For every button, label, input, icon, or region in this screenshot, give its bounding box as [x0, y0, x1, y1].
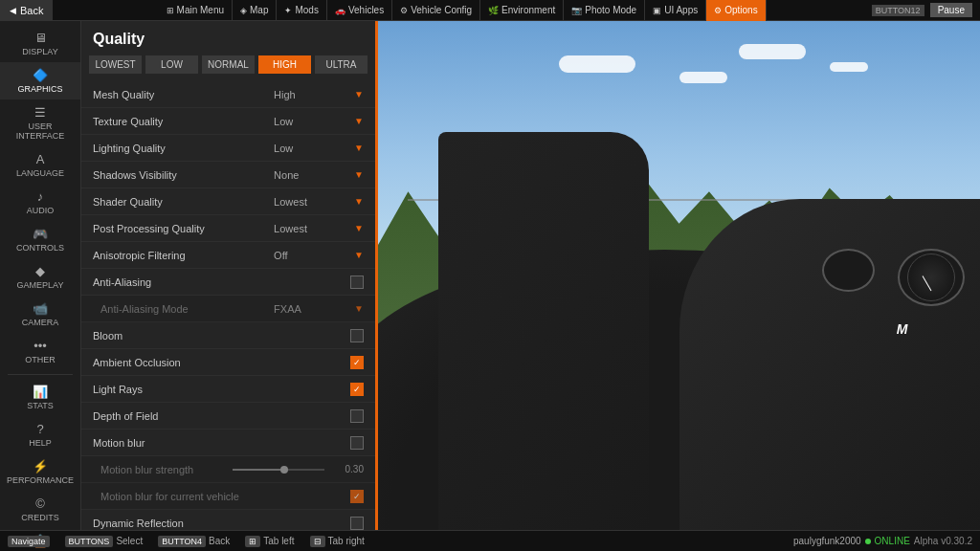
- sidebar-item-gameplay[interactable]: ◆GAMEPLAY: [0, 258, 80, 296]
- setting-dropdown-6[interactable]: Off▼: [274, 250, 364, 261]
- tab-right-hint: ⊟ Tab right: [310, 536, 365, 547]
- sidebar-item-user interface[interactable]: ☰USER INTERFACE: [0, 99, 80, 146]
- dropdown-arrow-icon: ▼: [354, 89, 364, 99]
- nav-item-options[interactable]: ⚙Options: [706, 0, 766, 21]
- navigate-badge: Navigate: [8, 536, 50, 547]
- setting-dropdown-8[interactable]: FXAA▼: [274, 303, 364, 315]
- checkbox-15[interactable]: [350, 490, 364, 503]
- sidebar-item-controls[interactable]: 🎮CONTROLS: [0, 221, 80, 258]
- setting-label-5: Post Processing Quality: [93, 223, 274, 234]
- setting-row-6: Anisotropic FilteringOff▼: [81, 242, 375, 269]
- sidebar-item-audio[interactable]: ♪AUDIO: [0, 184, 80, 221]
- steering-column: [438, 132, 649, 530]
- nav-item-vehicles[interactable]: 🚗Vehicles: [327, 0, 392, 21]
- sidebar-bottom-item-help[interactable]: ?HELP: [0, 416, 80, 453]
- sidebar-bottom-item-credits[interactable]: ©CREDITS: [0, 491, 80, 528]
- select-hint: BUTTONS Select: [65, 536, 144, 547]
- sidebar-label: USER INTERFACE: [4, 121, 77, 141]
- checkbox-10[interactable]: [350, 356, 364, 369]
- navigate-hint: Navigate: [8, 536, 50, 547]
- slider-value-14: 0.30: [330, 464, 364, 474]
- setting-label-2: Lighting Quality: [93, 143, 274, 154]
- setting-dropdown-2[interactable]: Low▼: [274, 143, 364, 154]
- setting-label-8: Anti-Aliasing Mode: [93, 303, 274, 315]
- preset-btn-high[interactable]: HIGH: [258, 55, 311, 74]
- sidebar-item-other[interactable]: •••OTHER: [0, 333, 80, 370]
- sidebar-icon: 🔷: [33, 68, 48, 82]
- slider-thumb-14: [280, 466, 288, 474]
- nav-icon: ⚙: [400, 6, 408, 15]
- setting-row-5: Post Processing QualityLowest▼: [81, 215, 375, 242]
- pause-button[interactable]: Pause: [930, 3, 972, 17]
- speedometer: [898, 249, 965, 306]
- sidebar-label: GAMEPLAY: [17, 280, 64, 290]
- sidebar-item-graphics[interactable]: 🔷GRAPHICS: [0, 62, 80, 99]
- button-badge: BUTTON12: [872, 5, 924, 16]
- setting-dropdown-0[interactable]: High▼: [274, 89, 364, 100]
- sidebar-item-language[interactable]: ALANGUAGE: [0, 146, 80, 184]
- checkbox-16[interactable]: [350, 517, 364, 530]
- nav-item-ui-apps[interactable]: ▣UI Apps: [645, 0, 706, 21]
- nav-item-mods[interactable]: ✦Mods: [277, 0, 326, 21]
- setting-value-5: Lowest: [274, 223, 350, 234]
- setting-row-14: Motion blur strength0.30: [81, 456, 375, 483]
- preset-btn-lowest[interactable]: LOWEST: [89, 55, 142, 74]
- setting-label-14: Motion blur strength: [93, 464, 233, 475]
- nav-item-main-menu[interactable]: ⊞Main Menu: [159, 0, 233, 21]
- sidebar-label: CREDITS: [21, 513, 59, 522]
- main-layout: 🖥DISPLAY🔷GRAPHICS☰USER INTERFACEALANGUAG…: [0, 21, 980, 530]
- nav-icon: ◈: [240, 6, 247, 15]
- setting-row-7: Anti-Aliasing: [81, 269, 375, 296]
- setting-value-0: High: [274, 89, 350, 100]
- sidebar-item-display[interactable]: 🖥DISPLAY: [0, 25, 80, 62]
- setting-row-10: Ambient Occlusion: [81, 349, 375, 376]
- sidebar-bottom-item-stats[interactable]: 📊STATS: [0, 379, 80, 416]
- checkbox-12[interactable]: [350, 409, 364, 423]
- sidebar-label: OTHER: [25, 355, 56, 364]
- settings-panel: Quality LOWESTLOWNORMALHIGHULTRA Mesh Qu…: [81, 21, 378, 530]
- cloud: [679, 72, 727, 83]
- checkbox-7[interactable]: [350, 276, 364, 289]
- preset-btn-normal[interactable]: NORMAL: [202, 55, 255, 74]
- setting-dropdown-5[interactable]: Lowest▼: [274, 223, 364, 234]
- sidebar-item-camera[interactable]: 📹CAMERA: [0, 296, 80, 333]
- dropdown-arrow-icon: ▼: [354, 303, 364, 314]
- player-name: paulygfunk2000: [793, 536, 861, 546]
- setting-row-4: Shader QualityLowest▼: [81, 188, 375, 215]
- dropdown-arrow-icon: ▼: [354, 250, 364, 260]
- setting-dropdown-3[interactable]: None▼: [274, 169, 364, 181]
- sidebar-label: PERFORMANCE: [7, 475, 74, 485]
- checkbox-11[interactable]: [350, 383, 364, 396]
- setting-label-7: Anti-Aliasing: [93, 276, 350, 288]
- cloud: [739, 44, 806, 59]
- tachometer: [822, 249, 875, 292]
- setting-dropdown-1[interactable]: Low▼: [274, 116, 364, 127]
- preset-btn-ultra[interactable]: ULTRA: [315, 55, 368, 74]
- online-status: paulygfunk2000 ONLINE Alpha v0.30.2: [793, 536, 972, 546]
- nav-item-map[interactable]: ◈Map: [233, 0, 277, 21]
- setting-dropdown-4[interactable]: Lowest▼: [274, 196, 364, 208]
- nav-label: Environment: [501, 5, 555, 15]
- setting-label-10: Ambient Occlusion: [93, 357, 350, 368]
- preset-btn-low[interactable]: LOW: [145, 55, 198, 74]
- sidebar-icon: •••: [33, 339, 47, 353]
- nav-item-vehicle-config[interactable]: ⚙Vehicle Config: [392, 0, 480, 21]
- slider-container-14[interactable]: 0.30: [233, 464, 365, 474]
- sidebar-label: GRAPHICS: [17, 84, 62, 94]
- sidebar: 🖥DISPLAY🔷GRAPHICS☰USER INTERFACEALANGUAG…: [0, 21, 81, 530]
- checkbox-9[interactable]: [350, 329, 364, 342]
- version-text: Alpha v0.30.2: [914, 536, 972, 546]
- setting-label-11: Light Rays: [93, 384, 350, 395]
- online-dot: [865, 539, 871, 544]
- nav-item-environment[interactable]: 🌿Environment: [480, 0, 564, 21]
- back-label: Back: [20, 5, 43, 16]
- sidebar-icon: 📹: [33, 301, 48, 316]
- button4-badge: BUTTON4: [158, 536, 206, 547]
- tab-left-badge: ⊞: [245, 536, 260, 547]
- nav-item-photo-mode[interactable]: 📷Photo Mode: [564, 0, 645, 21]
- sidebar-bottom-item-performance[interactable]: ⚡PERFORMANCE: [0, 453, 80, 491]
- setting-value-3: None: [274, 169, 350, 181]
- back-button[interactable]: Back: [0, 0, 53, 20]
- top-navigation-bar: Back ⊞Main Menu◈Map✦Mods🚗Vehicles⚙Vehicl…: [0, 0, 980, 21]
- checkbox-13[interactable]: [350, 436, 364, 450]
